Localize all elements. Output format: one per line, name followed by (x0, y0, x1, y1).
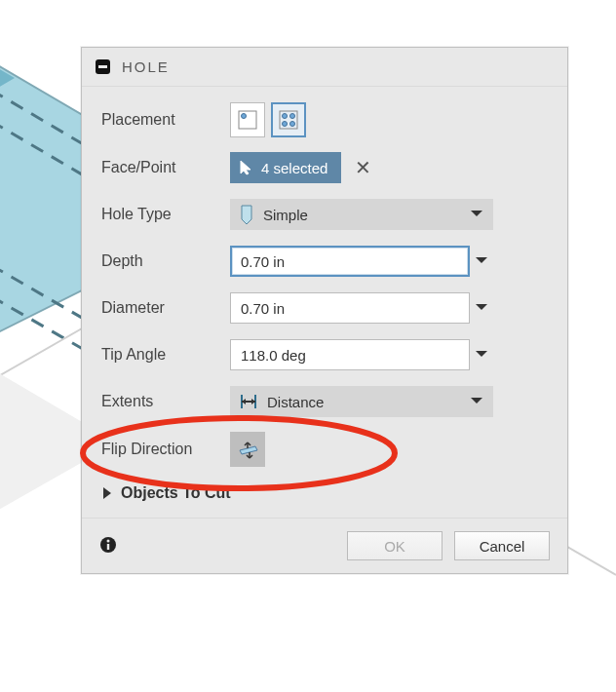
chevron-right-icon (101, 486, 113, 500)
info-icon (99, 536, 117, 554)
holetype-value: Simple (263, 207, 308, 223)
row-extents: Extents Distance (101, 385, 548, 418)
flip-direction-button[interactable] (230, 432, 265, 467)
extents-value: Distance (267, 394, 324, 410)
tipangle-dropdown-button[interactable] (470, 339, 493, 370)
dialog-footer: OK Cancel (82, 519, 567, 573)
label-facepoint: Face/Point (101, 159, 230, 176)
label-tipangle: Tip Angle (101, 346, 230, 364)
cursor-icon (240, 160, 253, 175)
svg-point-21 (107, 539, 110, 542)
chevron-down-icon (470, 397, 483, 406)
row-tipangle: Tip Angle (101, 338, 548, 371)
hole-simple-icon (240, 204, 253, 225)
extents-dropdown[interactable]: Distance (230, 386, 493, 417)
placement-single-button[interactable] (230, 102, 265, 137)
svg-rect-22 (107, 544, 109, 550)
depth-dropdown-button[interactable] (470, 246, 493, 277)
ok-button[interactable]: OK (347, 531, 443, 560)
dialog-header: HOLE (82, 48, 567, 87)
placement-pattern-button[interactable] (271, 102, 306, 137)
objects-to-cut-label: Objects To Cut (121, 484, 231, 502)
svg-point-14 (290, 114, 295, 119)
row-diameter: Diameter (101, 291, 548, 325)
svg-point-15 (283, 122, 288, 127)
chevron-down-icon (475, 350, 488, 360)
info-button[interactable] (99, 536, 119, 557)
holetype-dropdown[interactable]: Simple (230, 199, 493, 230)
collapse-icon[interactable] (96, 59, 110, 74)
chevron-down-icon (470, 210, 483, 219)
chevron-down-icon (475, 256, 488, 266)
row-holetype: Hole Type Simple (101, 198, 548, 231)
clear-selection-button[interactable]: ✕ (355, 156, 371, 179)
svg-point-11 (242, 114, 247, 119)
flip-direction-icon (236, 439, 259, 460)
placement-pattern-icon (279, 110, 298, 130)
label-diameter: Diameter (101, 299, 230, 317)
row-placement: Placement (101, 102, 548, 137)
depth-input[interactable] (230, 246, 470, 277)
hole-dialog: HOLE Placement (81, 47, 568, 574)
cancel-button[interactable]: Cancel (454, 531, 550, 560)
distance-icon (240, 393, 257, 410)
row-flipdirection: Flip Direction (101, 432, 548, 467)
ok-button-label: OK (384, 538, 405, 555)
svg-point-13 (283, 114, 288, 119)
objects-to-cut-expander[interactable]: Objects To Cut (101, 481, 548, 510)
svg-rect-10 (239, 111, 256, 129)
placement-single-icon (238, 110, 257, 130)
label-depth: Depth (101, 252, 230, 270)
svg-point-16 (290, 122, 295, 127)
tipangle-input[interactable] (230, 339, 470, 370)
dialog-title: HOLE (122, 58, 170, 75)
label-flipdirection: Flip Direction (101, 441, 230, 458)
diameter-input[interactable] (230, 292, 470, 324)
svg-rect-12 (280, 111, 297, 129)
cancel-button-label: Cancel (480, 538, 525, 555)
row-depth: Depth (101, 245, 548, 278)
row-facepoint: Face/Point 4 selected ✕ (101, 151, 548, 184)
label-placement: Placement (101, 111, 230, 129)
label-extents: Extents (101, 393, 230, 410)
label-holetype: Hole Type (101, 206, 230, 223)
facepoint-selection-chip[interactable]: 4 selected (230, 152, 341, 183)
diameter-dropdown-button[interactable] (470, 292, 493, 324)
facepoint-selection-text: 4 selected (261, 160, 327, 176)
chevron-down-icon (475, 303, 488, 313)
